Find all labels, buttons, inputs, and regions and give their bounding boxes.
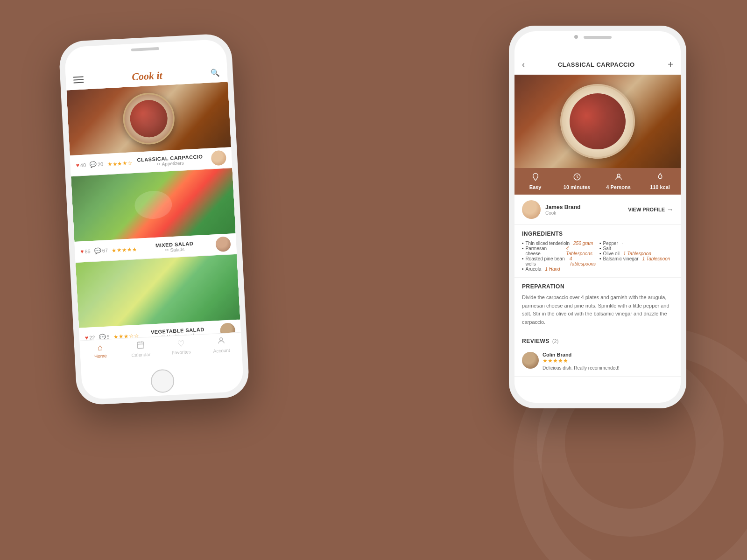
- ingredient-amount-4: 1 Hand: [545, 266, 560, 272]
- recipe-card-carpaccio[interactable]: ♥ 40 💬 20 ★★★★☆ CLASSICAL CARPACCIO: [66, 82, 232, 176]
- mixed-salad-comments: 💬 67: [94, 247, 108, 254]
- reviewer-name-colin: Colin Brand: [543, 352, 673, 357]
- ingredients-section: INGREDIENTS • Thin sliced tenderloin 250…: [514, 225, 681, 278]
- mixed-salad-title-area: MIXED SALAD ✂ Salads: [137, 239, 212, 254]
- ingredient-name-6: Salt: [603, 246, 611, 251]
- reviews-header: REVIEWS (2): [522, 338, 673, 344]
- nav-favorites[interactable]: ♡ Favorites: [161, 337, 202, 356]
- favorites-icon: ♡: [177, 338, 185, 349]
- review-text-colin: Delicious dish. Really recommended!: [543, 365, 673, 371]
- ingredients-grid: • Thin sliced tenderloin 250 gram • Parm…: [522, 241, 673, 272]
- nav-home[interactable]: ⌂ Home: [80, 342, 121, 360]
- cook-role: Cook: [545, 210, 628, 216]
- camera-dot: [574, 35, 578, 39]
- reviewer-info-colin: Colin Brand ★★★★★ Delicious dish. Really…: [543, 352, 673, 371]
- ingredient-amount-3: 4 Tablespoons: [570, 256, 596, 266]
- ingredient-pepper: • Pepper -: [599, 241, 673, 246]
- plate-circle: [560, 84, 635, 159]
- hamburger-line-3: [73, 82, 84, 83]
- account-label: Account: [213, 348, 230, 354]
- svg-rect-0: [137, 342, 144, 349]
- recipe-cards-list: ♥ 40 💬 20 ★★★★☆ CLASSICAL CARPACCIO: [66, 82, 241, 340]
- vegetable-salad-image: [76, 254, 240, 328]
- add-button[interactable]: +: [668, 59, 673, 70]
- food-image-bg: [514, 75, 681, 168]
- bullet-4: •: [522, 266, 524, 272]
- ingredient-amount-7: 1 Tablespoon: [623, 251, 651, 256]
- persons-icon: [614, 173, 623, 183]
- ingredients-title: INGREDIENTS: [522, 231, 673, 237]
- ingredient-amount-8: 1 Tablespoon: [642, 256, 670, 261]
- nav-account[interactable]: Account: [201, 336, 242, 354]
- carpaccio-like-count: 40: [80, 162, 86, 168]
- ingredient-salt: • Salt -: [599, 246, 673, 251]
- bullet-7: •: [599, 251, 601, 256]
- left-phone: Cook it 🔍: [58, 33, 250, 406]
- mixed-salad-stars: ★★★★★: [112, 246, 138, 254]
- persons-label: 4 Persons: [606, 184, 631, 190]
- stat-persons: 4 Persons: [598, 168, 639, 195]
- carpaccio-likes: ♥ 40: [76, 161, 86, 168]
- ingredient-name-3: Roasted pine bean wells: [526, 256, 566, 266]
- bullet-6: •: [599, 246, 601, 251]
- svg-line-3: [137, 344, 143, 344]
- ingredient-name-4: Arucola: [526, 266, 542, 272]
- phone-inner-right: ‹ CLASSICAL CARPACCIO +: [514, 31, 681, 403]
- screen-left: Cook it 🔍: [65, 62, 242, 362]
- search-icon[interactable]: 🔍: [210, 68, 220, 77]
- mixed-salad-stats: ♥ 85 💬 67 ★★★★★: [80, 245, 137, 255]
- recipe-detail-title: CLASSICAL CARPACCIO: [558, 61, 635, 68]
- cook-info: James Brand Cook: [545, 204, 628, 216]
- calendar-label: Calendar: [131, 352, 150, 358]
- mixed-salad-likes: ♥ 85: [80, 248, 91, 255]
- bullet-2: •: [522, 246, 524, 251]
- back-button[interactable]: ‹: [522, 60, 525, 70]
- ingredient-pine: • Roasted pine bean wells 4 Tablespoons: [522, 256, 596, 266]
- stat-calories: 110 kcal: [639, 168, 681, 195]
- speaker-right: [584, 36, 612, 39]
- recipe-stats-bar: Easy 10 minutes 4: [514, 168, 681, 195]
- ingredient-name-2: Parmesan cheese: [526, 246, 563, 256]
- reviews-title: REVIEWS: [522, 338, 550, 344]
- home-label: Home: [94, 353, 107, 359]
- right-header: ‹ CLASSICAL CARPACCIO +: [514, 55, 681, 75]
- carpaccio-title-area: CLASSICAL CARPACCIO ✂ Appetizers: [133, 153, 208, 168]
- bullet-8: •: [599, 256, 601, 261]
- difficulty-label: Easy: [529, 184, 542, 190]
- cook-profile-section: James Brand Cook VIEW PROFILE →: [514, 195, 681, 225]
- carpaccio-chef-avatar: [211, 150, 226, 166]
- recipe-card-mixed-salad[interactable]: ♥ 85 💬 67 ★★★★★ MIXED SALAD: [71, 168, 237, 263]
- ingredient-parmesan: • Parmesan cheese 4 Tablespoons: [522, 246, 596, 256]
- mixed-salad-comment-count: 67: [102, 247, 108, 253]
- view-profile-button[interactable]: VIEW PROFILE →: [628, 206, 673, 213]
- hamburger-menu-icon[interactable]: [73, 76, 84, 83]
- bullet-5: •: [599, 241, 601, 246]
- carpaccio-image: [66, 82, 231, 155]
- right-phone: ‹ CLASSICAL CARPACCIO +: [509, 26, 686, 408]
- mixed-salad-category-text: Salads: [170, 246, 184, 252]
- ingredient-olive-oil: • Olive oil 1 Tablespoon: [599, 251, 673, 256]
- reviewer-stars-colin: ★★★★★: [543, 357, 673, 364]
- heart-icon-2: ♥: [80, 248, 84, 255]
- svg-point-6: [617, 174, 620, 177]
- bullet-3: •: [522, 256, 524, 261]
- mixed-salad-image: [71, 168, 236, 242]
- stat-time: 10 minutes: [556, 168, 598, 195]
- carpaccio-comments: 💬 20: [90, 161, 104, 168]
- reviews-section: REVIEWS (2) Colin Brand ★★★★★ Delicious …: [514, 332, 681, 377]
- ingredient-name-8: Balsamic vinegar: [603, 256, 639, 261]
- recipe-food-image: [514, 75, 681, 168]
- carpaccio-stars: ★★★★☆: [107, 160, 133, 168]
- comment-icon-2: 💬: [94, 247, 101, 254]
- category-icon-2: ✂: [165, 247, 169, 252]
- reviews-count: (2): [552, 338, 558, 344]
- time-label: 10 minutes: [564, 184, 590, 190]
- nav-calendar[interactable]: Calendar: [120, 340, 161, 358]
- favorites-label: Favorites: [171, 349, 191, 355]
- difficulty-icon: [531, 173, 540, 183]
- preparation-section: PREPARATION Divide the carpaccio over 4 …: [514, 278, 681, 332]
- ingredient-name-7: Olive oil: [603, 251, 620, 256]
- recipe-card-vegetable-salad[interactable]: ♥ 22 💬 5 ★★★☆☆ VEGETABLE SALAD: [76, 254, 241, 341]
- calories-icon: [656, 173, 664, 183]
- hamburger-line-2: [73, 79, 84, 80]
